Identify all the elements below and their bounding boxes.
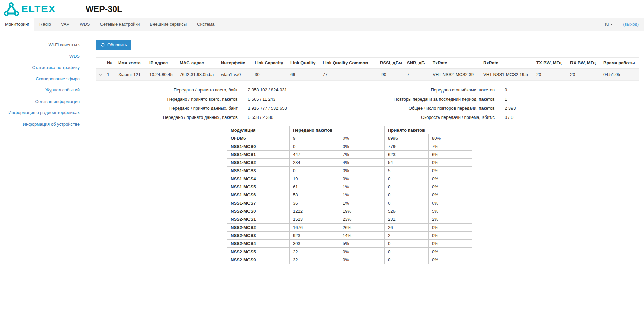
tx-packets-percent: 26%: [339, 224, 385, 232]
sidebar-item[interactable]: Информация о радиоинтерфейсах: [0, 107, 80, 119]
client-tx-rate: VHT NSS2-MCS2 39: [431, 69, 481, 81]
rx-packets-percent: 0%: [429, 240, 472, 248]
tx-packets-count: 923: [290, 232, 339, 240]
language-selector[interactable]: ru: [605, 22, 613, 27]
modulation-row: NSS1-MCS0 0 0% 779 7%: [227, 142, 472, 151]
nav-tab[interactable]: Сетевые настройки: [95, 18, 145, 31]
expander-column-header: [96, 58, 105, 69]
sidebar-item[interactable]: Wi-Fi клиенты ›: [0, 39, 80, 51]
client-rx-bw: 20: [568, 69, 601, 81]
rx-packets-count: 26: [385, 224, 429, 232]
rx-packets-percent: 0%: [429, 159, 472, 167]
stat-label: Передано с ошибками, пакетов: [346, 87, 495, 93]
logo-text: ELTEX: [21, 4, 56, 14]
clients-table-header: RSSI, дБм: [378, 58, 405, 69]
clients-table-header-row: № Имя хоста IP-адрес MAC-адрес Интерфейс…: [96, 58, 639, 69]
nav-tab[interactable]: Внешние сервисы: [145, 18, 192, 31]
client-hostname: Xiaomi-12T: [116, 69, 147, 81]
client-link-capacity: 30: [253, 69, 288, 81]
rx-packets-count: 8996: [385, 134, 429, 142]
tx-packets-percent: 5%: [339, 240, 385, 248]
nav-tab[interactable]: WDS: [75, 18, 95, 31]
collapse-row-icon[interactable]: [99, 72, 102, 76]
stat-row: Передано / принято данных, пакетов 6 558…: [96, 113, 346, 122]
expander-cell: [96, 69, 105, 81]
clients-table-header: IP-адрес: [147, 58, 178, 69]
sidebar-item[interactable]: Сканирование эфира: [0, 73, 80, 85]
sidebar-item[interactable]: Сетевая информация: [0, 96, 80, 107]
tx-packets-percent: 4%: [339, 159, 385, 167]
main-content: Обновить № Имя хоста IP-адрес: [84, 31, 644, 272]
sidebar-item[interactable]: Журнал событий: [0, 84, 80, 96]
tx-packets-percent: 1%: [339, 191, 385, 199]
refresh-button[interactable]: Обновить: [96, 40, 131, 50]
stat-value: 2 058 102 / 824 031: [248, 87, 346, 93]
tx-packets-count: 447: [290, 151, 339, 159]
stat-label: Повторы передачи за последний период, па…: [346, 97, 495, 102]
tx-packets-percent: 0%: [339, 142, 385, 151]
rx-packets-percent: 0%: [429, 175, 472, 183]
clients-table-header: RxRate: [481, 58, 534, 69]
tx-packets-count: 58: [290, 191, 339, 199]
eltex-logo: ELTEX: [4, 2, 82, 16]
client-mac-address: 76:f2:31:98:05:ba: [178, 69, 219, 81]
modulation-name: OFDM6: [227, 134, 290, 142]
stat-row: Общее число повторов передачи, пакетов 2…: [346, 104, 612, 113]
tx-packets-count: 1222: [290, 207, 339, 215]
rx-packets-count: 0: [385, 175, 429, 183]
stat-value: 1: [505, 97, 612, 102]
rx-packets-percent: 0%: [429, 248, 472, 256]
stat-label: Передано / принято всего, пакетов: [96, 97, 238, 102]
page-title: WEP-30L: [86, 4, 122, 14]
modulation-name: NSS1-MCS4: [227, 175, 290, 183]
modulation-name: NSS2-MCS9: [227, 256, 290, 264]
eltex-logo-icon: [4, 2, 19, 16]
rx-packets-percent: 5%: [429, 207, 472, 215]
tx-packets-count: 234: [290, 159, 339, 167]
clients-table-header: Link Capacity: [253, 58, 288, 69]
top-header: ELTEX WEP-30L: [0, 0, 644, 18]
clients-table-header: №: [105, 58, 116, 69]
rx-packets-count: 779: [385, 142, 429, 151]
rx-packets-count: 0: [385, 199, 429, 207]
client-number: 1: [105, 69, 116, 81]
clients-table-header: TxRate: [431, 58, 481, 69]
modulation-name: NSS2-MCS3: [227, 232, 290, 240]
rx-packets-count: 526: [385, 207, 429, 215]
client-tx-bw: 20: [534, 69, 568, 81]
client-row[interactable]: 1 Xiaomi-12T 10.24.80.45 76:f2:31:98:05:…: [96, 69, 639, 81]
modulation-row: NSS1-MCS2 234 4% 54 0%: [227, 159, 472, 167]
tx-packets-count: 22: [290, 248, 339, 256]
nav-tab[interactable]: Radio: [34, 18, 56, 31]
rx-packets-count: 0: [385, 240, 429, 248]
client-ip-address: 10.24.80.45: [147, 69, 178, 81]
nav-tab[interactable]: Система: [192, 18, 219, 31]
stat-label: Общее число повторов передачи, пакетов: [346, 106, 495, 111]
modulation-row: NSS1-MCS5 61 1% 0 0%: [227, 183, 472, 191]
sidebar-item[interactable]: Статистика по трафику: [0, 62, 80, 73]
modulation-row: NSS2-MCS1 1523 23% 231 2%: [227, 215, 472, 224]
rx-packets-percent: 0%: [429, 224, 472, 232]
tx-packets-col-header: Передано пакетов: [290, 126, 385, 134]
rx-packets-count: 5: [385, 167, 429, 175]
nav-tab[interactable]: Мониторинг: [0, 18, 34, 31]
sidebar-item[interactable]: Информация об устройстве: [0, 119, 80, 130]
sidebar-item[interactable]: WDS: [0, 51, 80, 62]
modulation-name: NSS1-MCS7: [227, 199, 290, 207]
rx-packets-count: 0: [385, 191, 429, 199]
rx-packets-count: 231: [385, 215, 429, 224]
client-counters-left: Передано / принято всего, байт 2 058 102…: [96, 85, 346, 122]
refresh-label: Обновить: [107, 42, 127, 47]
nav-tab[interactable]: VAP: [56, 18, 75, 31]
clients-table-header: Link Quality Common: [321, 58, 378, 69]
modulation-table: Модуляция Передано пакетов Принято пакет…: [227, 126, 472, 264]
rx-packets-col-header: Принято пакетов: [385, 126, 472, 134]
modulation-header-row: Модуляция Передано пакетов Принято пакет…: [227, 126, 472, 134]
tx-packets-percent: 1%: [339, 183, 385, 191]
logout-link[interactable]: (выход): [623, 22, 639, 27]
tx-packets-percent: 0%: [339, 256, 385, 264]
tx-packets-percent: 0%: [339, 248, 385, 256]
modulation-name: NSS2-MCS1: [227, 215, 290, 224]
stat-label: Передано / принято всего, байт: [96, 87, 238, 93]
stat-row: Передано с ошибками, пакетов 0: [346, 85, 612, 95]
